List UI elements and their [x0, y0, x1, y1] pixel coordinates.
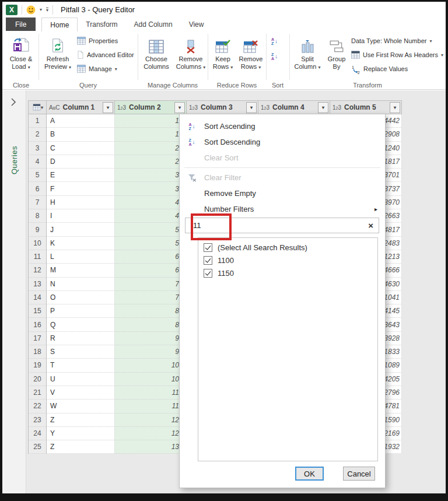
column4-header[interactable]: 123 Column 4 ▾	[258, 100, 330, 114]
replace-values-button[interactable]: 1 2 Replace Values	[351, 63, 408, 75]
cell-column1[interactable]: D	[47, 155, 115, 169]
column4-filter-button[interactable]: ▾	[318, 102, 328, 113]
cell-column2[interactable]: 10	[115, 359, 187, 372]
cell-column1[interactable]: I	[47, 209, 115, 223]
cell-column2[interactable]: 4	[115, 209, 187, 223]
filter-value-item[interactable]: 1100	[198, 254, 377, 267]
cell-column2[interactable]: 11	[115, 386, 187, 400]
cell-column2[interactable]: 2	[115, 155, 187, 169]
advanced-editor-button[interactable]: Advanced Editor	[77, 49, 134, 61]
cell-column2[interactable]: 13	[115, 440, 187, 454]
checkbox-checked-icon[interactable]	[204, 243, 212, 252]
cell-column2[interactable]: 8	[115, 318, 187, 331]
cell-column1[interactable]: K	[47, 237, 115, 250]
checkbox-checked-icon[interactable]	[204, 256, 212, 265]
cell-column2[interactable]: 12	[115, 414, 187, 427]
cell-column1[interactable]: T	[47, 359, 115, 372]
cell-column2[interactable]: 3	[115, 169, 187, 182]
cell-column2[interactable]: 4	[115, 196, 187, 209]
cell-column1[interactable]: B	[47, 128, 115, 141]
cell-column1[interactable]: Z	[47, 414, 115, 427]
cell-column1[interactable]: P	[47, 304, 115, 318]
quick-access-customize-icon[interactable]: ▾	[46, 8, 48, 12]
cell-column2[interactable]: 12	[115, 427, 187, 440]
cell-column2[interactable]: 6	[115, 264, 187, 277]
cell-column1[interactable]: H	[47, 196, 115, 209]
column3-header[interactable]: 123 Column 3 ▾	[187, 100, 258, 114]
tab-home[interactable]: Home	[41, 17, 78, 31]
cell-column2[interactable]: 10	[115, 373, 187, 386]
keep-rows-button[interactable]: Keep Rows ▾	[210, 34, 236, 71]
split-column-button[interactable]: Split Column ▾	[292, 34, 323, 71]
cell-column2[interactable]: 9	[115, 345, 187, 359]
filter-value-item[interactable]: (Select All Search Results)	[198, 241, 377, 254]
cell-column1[interactable]: V	[47, 386, 115, 400]
cell-column1[interactable]: L	[47, 250, 115, 264]
expand-queries-chevron-icon[interactable]	[10, 98, 17, 106]
cell-column2[interactable]: 7	[115, 291, 187, 304]
cell-column1[interactable]: M	[47, 264, 115, 277]
cell-column1[interactable]: R	[47, 332, 115, 345]
cell-column1[interactable]: Q	[47, 318, 115, 331]
filter-value-item[interactable]: 1150	[198, 267, 377, 279]
sort-ascending-button[interactable]: AZ ↓	[271, 36, 278, 47]
cell-column1[interactable]: Z	[47, 440, 115, 454]
cell-column1[interactable]: N	[47, 278, 115, 291]
column2-header[interactable]: 123 Column 2 ▾	[115, 100, 187, 114]
tab-transform[interactable]: Transform	[78, 17, 125, 31]
cell-column2[interactable]: 5	[115, 237, 187, 250]
smiley-dropdown-icon[interactable]: ▾	[40, 7, 42, 12]
data-type-button[interactable]: Data Type: Whole Number ▾	[351, 35, 432, 47]
group-by-button[interactable]: Group By	[324, 34, 349, 71]
tab-file[interactable]: File	[6, 17, 36, 31]
cell-column1[interactable]: F	[47, 182, 115, 195]
cell-column2[interactable]: 1	[115, 114, 187, 128]
cell-column1[interactable]: S	[47, 345, 115, 359]
menu-item-sort-descending[interactable]: ZA↓ Sort Descending	[180, 134, 385, 150]
queries-panel-label[interactable]: Queries	[10, 146, 19, 174]
cell-column1[interactable]: J	[47, 223, 115, 236]
cell-column1[interactable]: C	[47, 142, 115, 155]
smiley-feedback-icon[interactable]	[26, 5, 36, 15]
cell-column2[interactable]: 2	[115, 142, 187, 155]
close-and-load-button[interactable]: Close & Load ▾	[5, 34, 37, 71]
table-corner-cell[interactable]: ▾	[28, 100, 47, 114]
first-row-headers-button[interactable]: Use First Row As Headers ▾	[351, 49, 443, 61]
cell-column1[interactable]: Y	[47, 427, 115, 440]
column5-filter-button[interactable]: ▾	[390, 102, 400, 113]
tab-add-column[interactable]: Add Column	[126, 17, 181, 31]
sort-descending-button[interactable]: ZA ↓	[271, 51, 278, 62]
clear-search-icon[interactable]: ×	[368, 221, 373, 230]
keep-rows-label2: Rows ▾	[210, 63, 236, 71]
properties-button[interactable]: Properties	[77, 35, 118, 47]
cell-column2[interactable]: 3	[115, 182, 187, 195]
cell-column2[interactable]: 5	[115, 223, 187, 236]
cell-column2[interactable]: 1	[115, 128, 187, 141]
column2-filter-button[interactable]: ▾	[174, 102, 185, 113]
menu-item-sort-ascending[interactable]: AZ↓ Sort Ascending	[180, 118, 385, 134]
cell-column2[interactable]: 7	[115, 278, 187, 291]
remove-columns-button[interactable]: Remove Columns ▾	[174, 34, 208, 71]
cell-column2[interactable]: 8	[115, 304, 187, 318]
column3-filter-button[interactable]: ▾	[246, 102, 257, 113]
cell-column1[interactable]: E	[47, 169, 115, 182]
tab-view[interactable]: View	[181, 17, 212, 31]
checkbox-checked-icon[interactable]	[204, 269, 212, 278]
column1-filter-button[interactable]: ▾	[103, 102, 113, 113]
cell-column1[interactable]: A	[47, 114, 115, 128]
refresh-preview-button[interactable]: Refresh Preview ▾	[41, 34, 75, 71]
remove-rows-button[interactable]: Remove Rows ▾	[237, 34, 265, 71]
ok-button[interactable]: OK	[295, 467, 324, 481]
cell-column1[interactable]: W	[47, 400, 115, 413]
menu-item-remove-empty[interactable]: Remove Empty	[180, 185, 385, 201]
cell-column1[interactable]: U	[47, 373, 115, 386]
manage-button[interactable]: Manage ▾	[77, 63, 117, 75]
column5-header[interactable]: 123 Column 5 ▾	[330, 100, 402, 114]
cell-column1[interactable]: O	[47, 291, 115, 304]
cell-column2[interactable]: 9	[115, 332, 187, 345]
cell-column2[interactable]: 6	[115, 250, 187, 264]
choose-columns-button[interactable]: Choose Columns	[140, 34, 173, 71]
cell-column2[interactable]: 11	[115, 400, 187, 413]
cancel-button[interactable]: Cancel	[343, 467, 375, 481]
column1-header[interactable]: ABC Column 1 ▾	[47, 100, 115, 114]
